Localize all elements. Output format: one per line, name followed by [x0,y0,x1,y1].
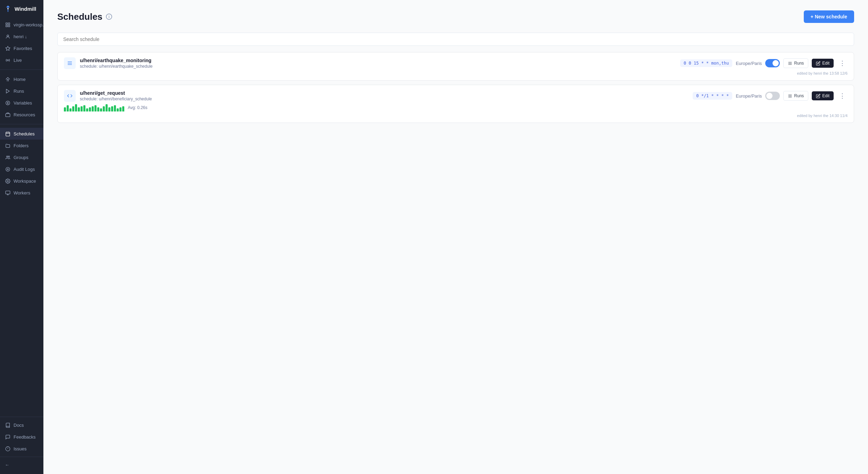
avg-label: Avg: 0.26s [128,105,147,110]
more-options-button[interactable]: ⋮ [837,58,848,68]
groups-icon [5,155,10,160]
audit-logs-icon [5,166,10,172]
sidebar-workspace-item[interactable]: virgin-workssp... [0,19,43,31]
schedule-name: u/henri/get_request [80,90,688,96]
sidebar-item-audit-logs[interactable]: Audit Logs [0,163,43,175]
schedule-card-get_request: u/henri/get_request schedule: u/henri/be… [57,85,854,123]
cron-badge: 0 0 15 * * mon,thu [680,59,732,67]
chart-bar [92,106,94,111]
sidebar-item-workspace[interactable]: Workspace [0,175,43,187]
schedule-info: u/henri/get_request schedule: u/henri/be… [80,90,688,101]
sidebar-item-schedules[interactable]: Schedules [0,128,43,140]
sidebar-item-feedbacks[interactable]: Feedbacks [0,431,43,443]
edit-button[interactable]: Edit [812,91,834,100]
toggle-knob [766,93,773,99]
live-icon [5,57,10,63]
chart-bar [103,106,105,111]
chart-bars [64,104,124,111]
info-icon[interactable]: i [106,14,112,20]
workspace-label: Workspace [14,178,36,184]
chart-bar [75,104,77,111]
svg-rect-3 [6,25,7,26]
schedule-path: schedule: u/henri/earthquake_schedule [80,64,676,69]
edit-button[interactable]: Edit [812,59,834,68]
schedule-type-icon-script [64,90,76,102]
chart-bar [100,108,102,111]
svg-point-0 [7,8,9,9]
sidebar-item-workers[interactable]: Workers [0,187,43,199]
sidebar-back-button[interactable]: ← [0,459,43,471]
sidebar-item-docs[interactable]: Docs [0,419,43,431]
svg-point-15 [6,156,8,157]
schedule-card-earthquake: u/henri/earthquake_monitoring schedule: … [57,52,854,81]
page-header: Schedules i + New schedule [57,10,854,23]
workspace-name: virgin-workssp... [14,22,46,27]
sidebar-lower-section: Schedules Folders Groups Audit Logs Work… [0,126,43,200]
sidebar-item-runs[interactable]: Runs [0,85,43,97]
chart-bar [97,107,99,111]
variables-label: Variables [14,100,32,106]
runs-list-icon [788,94,792,98]
chart-bar [114,105,116,111]
workers-label: Workers [14,190,30,196]
schedule-info: u/henri/earthquake_monitoring schedule: … [80,58,676,69]
search-input[interactable] [57,33,854,46]
svg-point-19 [7,180,8,182]
live-label: Live [14,58,22,63]
chart-bar [67,105,69,111]
page-title-row: Schedules i [57,11,112,22]
toggle-knob [773,60,779,66]
audit-logs-label: Audit Logs [14,167,35,172]
svg-point-16 [8,156,9,157]
chart-bar [69,108,72,111]
schedule-toggle[interactable] [765,59,780,67]
sidebar-item-resources[interactable]: Resources [0,109,43,120]
app-logo[interactable]: Windmill [0,0,43,17]
runs-button[interactable]: Runs [783,91,808,101]
main-content: Schedules i + New schedule u/henri/earth… [43,0,868,474]
sidebar-item-folders[interactable]: Folders [0,140,43,151]
folders-label: Folders [14,143,28,148]
sidebar-item-issues[interactable]: Issues [0,443,43,455]
page-title: Schedules [57,11,102,22]
more-options-button[interactable]: ⋮ [837,91,848,101]
chart-bar [72,106,74,111]
new-schedule-button[interactable]: + New schedule [804,10,854,23]
issues-label: Issues [14,446,27,451]
chart-bar [119,107,122,111]
sidebar-item-live[interactable]: Live [0,54,43,66]
feedbacks-icon [5,434,10,440]
groups-label: Groups [14,155,28,160]
schedule-type-icon-flow [64,57,76,69]
runs-list-icon [788,61,792,66]
svg-point-18 [7,168,8,170]
feedbacks-label: Feedbacks [14,434,36,440]
timezone-badge: Europe/Paris [736,93,762,99]
home-icon [5,76,10,82]
runs-button[interactable]: Runs [783,58,808,68]
svg-rect-2 [8,23,9,24]
star-icon [5,45,10,51]
schedule-name: u/henri/earthquake_monitoring [80,58,676,63]
docs-label: Docs [14,423,24,428]
chart-bar [89,107,91,111]
sidebar-user-item[interactable]: henri ↓ [0,31,43,42]
sidebar-item-home[interactable]: Home [0,73,43,85]
svg-point-5 [7,35,9,36]
home-label: Home [14,77,26,82]
svg-point-17 [6,167,9,171]
sidebar-item-variables[interactable]: Variables [0,97,43,109]
docs-icon [5,422,10,428]
schedule-toggle[interactable] [765,92,780,100]
schedules-icon [5,131,10,136]
chart-bar [94,105,97,111]
issues-icon [5,446,10,451]
sidebar-item-groups[interactable]: Groups [0,151,43,163]
sidebar-item-favorites[interactable]: Favorites [0,42,43,54]
svg-rect-11 [6,132,9,136]
schedule-card-main: u/henri/earthquake_monitoring schedule: … [64,57,848,69]
chart-bar [81,106,83,111]
schedule-meta: 0 0 15 * * mon,thu Europe/Paris Runs Edi… [680,58,848,68]
resources-label: Resources [14,112,35,117]
cron-badge: 0 */1 * * * * [693,92,732,100]
